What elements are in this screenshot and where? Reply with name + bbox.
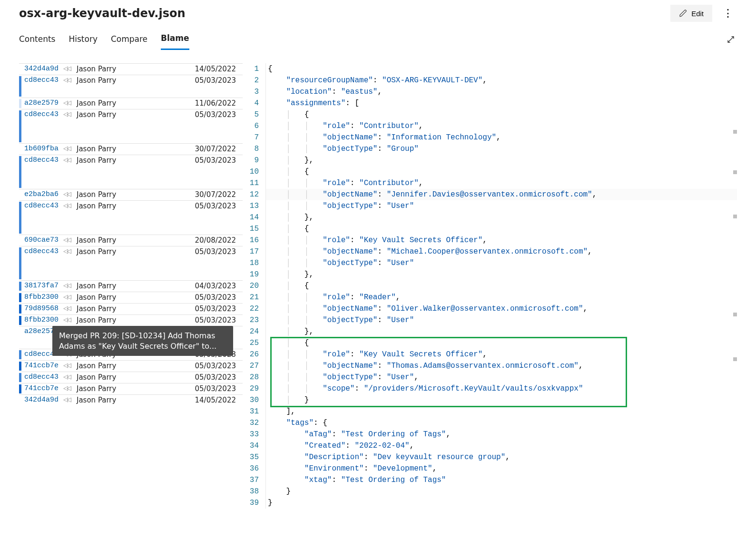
tab-contents[interactable]: Contents — [19, 31, 55, 49]
line-number[interactable]: 7 — [243, 132, 265, 143]
code-text[interactable]: │ │ "objectType": "User", — [265, 372, 737, 383]
line-number[interactable]: 24 — [243, 326, 265, 337]
view-previous-icon[interactable]: ◁◁ — [63, 282, 75, 289]
code-text[interactable]: │ │ "role": "Key Vault Secrets Officer", — [265, 349, 737, 360]
line-number[interactable]: 39 — [243, 497, 265, 509]
code-text[interactable]: ], — [265, 406, 737, 417]
code-line[interactable]: 18 │ │ "objectType": "User" — [243, 257, 737, 269]
commit-hash[interactable]: cd8ecc43 — [24, 202, 63, 210]
code-line[interactable]: 19 │ }, — [243, 269, 737, 280]
line-number[interactable]: 30 — [243, 394, 265, 406]
code-line[interactable]: 39} — [243, 497, 737, 509]
commit-hash[interactable]: 342d4a9d — [24, 396, 63, 404]
code-line[interactable]: 34 "Created": "2022-02-04", — [243, 440, 737, 452]
view-previous-icon[interactable]: ◁◁ — [63, 362, 75, 369]
edit-button[interactable]: Edit — [670, 5, 712, 22]
commit-hash[interactable]: cd8ecc43 — [24, 110, 63, 118]
code-text[interactable]: "resourceGroupName": "OSX-ARG-KEYVAULT-D… — [265, 75, 737, 86]
line-number[interactable]: 22 — [243, 303, 265, 314]
code-text[interactable]: │ │ "role": "Contributor", — [265, 177, 737, 189]
line-number[interactable]: 19 — [243, 269, 265, 280]
line-number[interactable]: 34 — [243, 440, 265, 452]
commit-hash[interactable]: 79d89568 — [24, 304, 63, 313]
code-line[interactable]: 9 │ }, — [243, 155, 737, 166]
view-previous-icon[interactable]: ◁◁ — [63, 99, 75, 106]
code-text[interactable]: "assignments": [ — [265, 98, 737, 109]
code-line[interactable]: 11 │ │ "role": "Contributor", — [243, 177, 737, 189]
tab-compare[interactable]: Compare — [111, 31, 147, 49]
code-text[interactable]: │ { — [265, 166, 737, 177]
tab-history[interactable]: History — [69, 31, 97, 49]
code-text[interactable]: │ │ "objectType": "Group" — [265, 143, 737, 155]
line-number[interactable]: 36 — [243, 463, 265, 474]
code-text[interactable]: } — [265, 486, 737, 497]
overview-marker[interactable] — [733, 130, 737, 134]
code-text[interactable]: } — [265, 497, 737, 509]
commit-hash[interactable]: a28e2579 — [24, 99, 63, 107]
code-line[interactable]: 10 │ { — [243, 166, 737, 177]
commit-hash[interactable]: e2ba2ba6 — [24, 190, 63, 198]
line-number[interactable]: 28 — [243, 372, 265, 383]
code-text[interactable]: "Description": "Dev keyvault resource gr… — [265, 452, 737, 463]
code-line[interactable]: 26 │ │ "role": "Key Vault Secrets Office… — [243, 349, 737, 360]
code-text[interactable]: "Environment": "Development", — [265, 463, 737, 474]
line-number[interactable]: 14 — [243, 212, 265, 223]
code-line[interactable]: 24 │ }, — [243, 326, 737, 337]
commit-hash[interactable]: cd8ecc43 — [24, 76, 63, 84]
code-line[interactable]: 23 │ │ "objectType": "User" — [243, 314, 737, 326]
commit-hash[interactable]: 1b609fba — [24, 145, 63, 153]
commit-hash[interactable]: cd8ecc43 — [24, 247, 63, 255]
line-number[interactable]: 5 — [243, 109, 265, 120]
code-line[interactable]: 12 │ │ "objectName": "Jennifer.Davies@os… — [243, 189, 737, 200]
code-text[interactable]: "location": "eastus", — [265, 86, 737, 98]
line-number[interactable]: 9 — [243, 155, 265, 166]
code-text[interactable]: │ │ "objectName": "Jennifer.Davies@osser… — [265, 189, 737, 200]
view-previous-icon[interactable]: ◁◁ — [63, 396, 75, 403]
line-number[interactable]: 25 — [243, 337, 265, 349]
code-line[interactable]: 13 │ │ "objectType": "User" — [243, 200, 737, 212]
commit-hash[interactable]: 690cae73 — [24, 236, 63, 244]
code-line[interactable]: 36 "Environment": "Development", — [243, 463, 737, 474]
code-text[interactable]: │ │ "role": "Key Vault Secrets Officer", — [265, 235, 737, 246]
code-line[interactable]: 5 │ { — [243, 109, 737, 120]
code-text[interactable]: │ │ "objectName": "Michael.Cooper@osserv… — [265, 246, 737, 257]
code-text[interactable]: │ │ "scope": "/providers/Microsoft.KeyVa… — [265, 383, 737, 394]
code-text[interactable]: │ }, — [265, 326, 737, 337]
code-line[interactable]: 6 │ │ "role": "Contributor", — [243, 120, 737, 132]
overview-marker[interactable] — [733, 215, 737, 218]
view-previous-icon[interactable]: ◁◁ — [63, 236, 75, 243]
code-text[interactable]: │ │ "objectType": "User" — [265, 257, 737, 269]
code-line[interactable]: 14 │ }, — [243, 212, 737, 223]
line-number[interactable]: 4 — [243, 98, 265, 109]
code-line[interactable]: 22 │ │ "objectName": "Oliver.Walker@osse… — [243, 303, 737, 314]
code-text[interactable]: │ │ "objectName": "Oliver.Walker@osserva… — [265, 303, 737, 314]
code-text[interactable]: │ { — [265, 337, 737, 349]
view-previous-icon[interactable]: ◁◁ — [63, 110, 75, 118]
line-number[interactable]: 8 — [243, 143, 265, 155]
line-number[interactable]: 26 — [243, 349, 265, 360]
view-previous-icon[interactable]: ◁◁ — [63, 384, 75, 392]
code-text[interactable]: │ │ "objectName": "Thomas.Adams@osservan… — [265, 360, 737, 372]
code-text[interactable]: "aTag": "Test Ordering of Tags", — [265, 429, 737, 440]
code-text[interactable]: │ }, — [265, 212, 737, 223]
code-line[interactable]: 38 } — [243, 486, 737, 497]
code-line[interactable]: 25 │ { — [243, 337, 737, 349]
view-previous-icon[interactable]: ◁◁ — [63, 145, 75, 152]
code-line[interactable]: 21 │ │ "role": "Reader", — [243, 292, 737, 303]
code-line[interactable]: 15 │ { — [243, 223, 737, 235]
code-text[interactable]: │ }, — [265, 269, 737, 280]
code-line[interactable]: 8 │ │ "objectType": "Group" — [243, 143, 737, 155]
code-text[interactable]: │ │ "role": "Contributor", — [265, 120, 737, 132]
code-text[interactable]: │ │ "objectType": "User" — [265, 200, 737, 212]
code-text[interactable]: │ │ "objectType": "User" — [265, 314, 737, 326]
line-number[interactable]: 35 — [243, 452, 265, 463]
code-text[interactable]: │ } — [265, 394, 737, 406]
tab-blame[interactable]: Blame — [161, 30, 189, 50]
code-text[interactable]: "Created": "2022-02-04", — [265, 440, 737, 452]
view-previous-icon[interactable]: ◁◁ — [63, 316, 75, 323]
line-number[interactable]: 29 — [243, 383, 265, 394]
view-previous-icon[interactable]: ◁◁ — [63, 65, 75, 72]
line-number[interactable]: 31 — [243, 406, 265, 417]
view-previous-icon[interactable]: ◁◁ — [63, 156, 75, 163]
line-number[interactable]: 10 — [243, 166, 265, 177]
